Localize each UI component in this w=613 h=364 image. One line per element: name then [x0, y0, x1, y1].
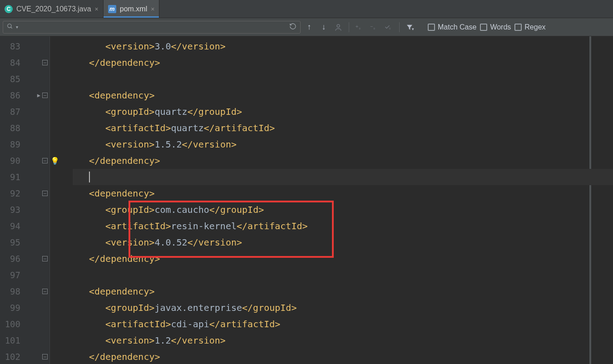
code-area[interactable]: <version>3.0</version></dependency><depe…: [50, 36, 613, 364]
xml-text-token: com.caucho: [154, 204, 209, 215]
line-number[interactable]: 99: [0, 300, 49, 316]
match-case-label: Match Case: [438, 23, 476, 31]
line-number[interactable]: 83: [0, 38, 49, 54]
tab-pom-xml[interactable]: mpom.xml×: [104, 0, 160, 18]
words-label: Words: [490, 23, 511, 31]
close-tab-icon[interactable]: ×: [151, 5, 154, 13]
code-line[interactable]: <groupId>quartz</groupId>: [73, 103, 613, 120]
code-line[interactable]: <dependency>: [73, 87, 613, 103]
line-number[interactable]: 97: [0, 267, 49, 283]
line-number[interactable]: 94: [0, 218, 49, 234]
select-all-icon[interactable]: II: [383, 21, 395, 33]
line-number[interactable]: 91: [0, 169, 49, 185]
xml-tag-token: </dependency>: [89, 155, 160, 166]
fold-start-icon[interactable]: −: [42, 93, 48, 98]
line-number[interactable]: 98−: [0, 283, 49, 300]
code-line[interactable]: [73, 267, 613, 283]
line-number[interactable]: 93: [0, 202, 49, 218]
line-number[interactable]: 84−: [0, 54, 49, 71]
line-number[interactable]: 100: [0, 316, 49, 332]
fold-end-icon[interactable]: −: [42, 158, 48, 163]
fold-start-icon[interactable]: −: [42, 289, 48, 294]
xml-text-token: quartz: [171, 123, 204, 133]
search-history-dropdown-icon[interactable]: ▾: [16, 25, 18, 30]
class-file-icon: C: [5, 5, 13, 13]
fold-start-icon[interactable]: −: [42, 191, 48, 196]
line-number[interactable]: 87: [0, 103, 49, 120]
svg-text:−: −: [370, 24, 373, 29]
code-line[interactable]: <groupId>com.caucho</groupId>: [73, 202, 613, 218]
code-line[interactable]: </dependency>: [73, 54, 613, 71]
next-occurrence-button[interactable]: ↓: [318, 21, 330, 33]
editor-area[interactable]: 8384−8586▶−87888990💡−9192−93949596−9798−…: [0, 36, 613, 364]
code-line[interactable]: <artifactId>resin-kernel</artifactId>: [73, 218, 613, 234]
search-field-wrap[interactable]: ▾: [3, 21, 301, 34]
fold-end-icon[interactable]: −: [42, 354, 48, 359]
xml-tag-token: <groupId>: [105, 302, 154, 313]
regex-checkbox[interactable]: Regex: [514, 23, 545, 31]
line-number[interactable]: 101: [0, 332, 49, 349]
find-in-selection-icon[interactable]: [332, 21, 344, 33]
line-number[interactable]: 96−: [0, 251, 49, 267]
svg-point-2: [337, 25, 340, 27]
words-checkbox[interactable]: Words: [480, 23, 511, 31]
line-number[interactable]: 92−: [0, 185, 49, 202]
code-line[interactable]: <artifactId>cdi-api</artifactId>: [73, 316, 613, 332]
line-number[interactable]: 88: [0, 120, 49, 136]
code-line[interactable]: </dependency>: [73, 152, 613, 169]
match-case-checkbox[interactable]: Match Case: [428, 23, 476, 31]
line-number[interactable]: 95: [0, 234, 49, 251]
xml-tag-token: <dependency>: [89, 90, 155, 101]
filter-icon[interactable]: ▾: [404, 21, 416, 33]
xml-tag-token: <version>: [105, 335, 154, 346]
fold-end-icon[interactable]: −: [42, 256, 48, 261]
xml-text-token: 4.0.52: [154, 237, 187, 248]
code-line[interactable]: <groupId>javax.enterprise</groupId>: [73, 300, 613, 316]
line-number[interactable]: 85: [0, 71, 49, 87]
code-line[interactable]: <version>1.5.2</version>: [73, 136, 613, 152]
maven-file-icon: m: [108, 5, 116, 13]
xml-tag-token: </artifactId>: [204, 123, 275, 133]
line-number[interactable]: 102−: [0, 349, 49, 364]
xml-text-token: cdi-api: [171, 319, 209, 330]
code-line[interactable]: <artifactId>quartz</artifactId>: [73, 120, 613, 136]
gutter[interactable]: 8384−8586▶−87888990💡−9192−93949596−9798−…: [0, 36, 50, 364]
svg-text:II: II: [389, 27, 391, 30]
prev-occurrence-button[interactable]: ↑: [303, 21, 315, 33]
find-toolbar: ▾ ↑ ↓ +II −II II ▾ Match Case Words Rege…: [0, 18, 613, 36]
xml-text-token: 3.0: [154, 41, 171, 52]
line-number[interactable]: 90💡−: [0, 152, 49, 169]
xml-text-token: resin-kernel: [171, 221, 237, 231]
code-line[interactable]: <version>4.0.52</version>: [73, 234, 613, 251]
fold-end-icon[interactable]: −: [42, 60, 48, 65]
code-line[interactable]: </dependency>: [73, 349, 613, 364]
toolbar-separator: [349, 22, 349, 32]
remove-selection-icon[interactable]: −II: [368, 21, 380, 33]
svg-point-0: [8, 24, 11, 28]
code-line[interactable]: [73, 169, 613, 185]
regex-label: Regex: [524, 23, 545, 31]
code-line[interactable]: [73, 71, 613, 87]
code-line[interactable]: <dependency>: [73, 185, 613, 202]
xml-text-token: 1.5.2: [154, 139, 182, 150]
xml-tag-token: </groupId>: [209, 204, 264, 215]
code-line[interactable]: <version>3.0</version>: [73, 38, 613, 54]
xml-tag-token: <version>: [105, 41, 154, 52]
line-number[interactable]: 89: [0, 136, 49, 152]
code-line[interactable]: </dependency>: [73, 251, 613, 267]
svg-text:+: +: [356, 24, 358, 29]
add-selection-icon[interactable]: +II: [354, 21, 366, 33]
xml-tag-token: </version>: [171, 41, 226, 52]
code-line[interactable]: <version>1.2</version>: [73, 332, 613, 349]
run-gutter-icon[interactable]: ▶: [37, 92, 40, 98]
xml-tag-token: </version>: [188, 237, 242, 248]
line-number[interactable]: 86▶−: [0, 87, 49, 103]
tab-cve_2020_10673-java[interactable]: CCVE_2020_10673.java×: [0, 0, 104, 18]
search-input[interactable]: [23, 24, 287, 31]
xml-text-token: 1.2: [154, 335, 171, 346]
code-line[interactable]: <dependency>: [73, 283, 613, 300]
xml-text-token: quartz: [154, 106, 187, 117]
xml-tag-token: <groupId>: [105, 106, 154, 117]
search-clock-icon[interactable]: [289, 23, 297, 31]
close-tab-icon[interactable]: ×: [95, 5, 99, 13]
